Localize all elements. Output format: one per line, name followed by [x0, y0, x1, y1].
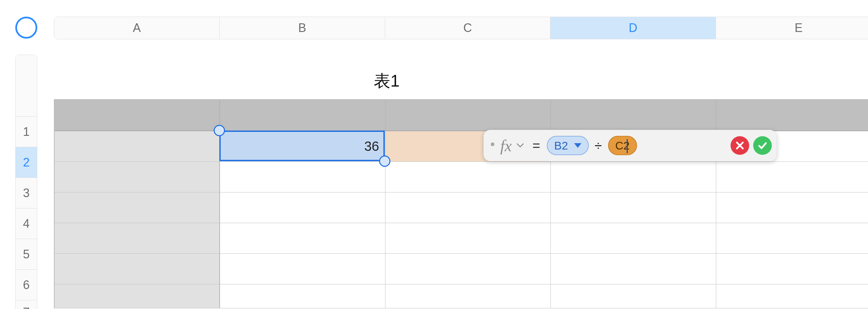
cell-a4[interactable] — [55, 192, 220, 223]
cell-c3[interactable] — [385, 162, 551, 192]
cell-e3[interactable] — [716, 162, 868, 192]
cell-e6[interactable] — [716, 254, 868, 284]
cell-d5[interactable] — [551, 223, 716, 254]
formula-equals: = — [528, 138, 543, 153]
cell-c7[interactable] — [385, 284, 551, 308]
cell-e7[interactable] — [716, 284, 868, 308]
column-header-d[interactable]: D — [551, 17, 716, 39]
row-header-2[interactable]: 2 — [16, 147, 37, 178]
fx-label[interactable]: fx — [500, 136, 513, 155]
row-header-6[interactable]: 6 — [16, 269, 37, 300]
cell-A1[interactable] — [55, 100, 220, 131]
cell-c4[interactable] — [385, 192, 551, 223]
formula-bullet-icon: • — [488, 137, 496, 154]
cell-b2[interactable]: 36 — [220, 131, 385, 162]
formula-text-cursor — [627, 139, 628, 153]
cell-b4[interactable] — [220, 192, 385, 223]
formula-editor[interactable]: • fx = B2 ÷ C2 — [484, 130, 776, 161]
confirm-button[interactable] — [753, 136, 772, 155]
cell-e4[interactable] — [716, 192, 868, 223]
fx-chevron-down-icon[interactable] — [517, 143, 524, 148]
column-header-a[interactable]: A — [54, 17, 220, 39]
cell-d3[interactable] — [551, 162, 716, 192]
table-title[interactable]: 表1 — [54, 70, 719, 92]
selection-handle-top-left[interactable] — [214, 125, 225, 136]
cell-d6[interactable] — [551, 254, 716, 284]
row-header-4[interactable]: 4 — [16, 208, 37, 239]
cell-b3[interactable] — [220, 162, 385, 192]
formula-token-dropdown-icon[interactable] — [574, 143, 582, 148]
formula-token-b2[interactable]: B2 — [547, 136, 589, 155]
cell-a7[interactable] — [55, 284, 220, 308]
cell-a6[interactable] — [55, 254, 220, 284]
row-header-7[interactable]: 7 — [16, 300, 37, 309]
row-header-3[interactable]: 3 — [16, 178, 37, 208]
cell-D1[interactable] — [551, 100, 716, 131]
row-header-spacer — [16, 55, 37, 116]
cell-d4[interactable] — [551, 192, 716, 223]
cell-b7[interactable] — [220, 284, 385, 308]
column-headers: ABCDE — [54, 17, 868, 39]
cell-B1[interactable] — [220, 100, 385, 131]
cancel-button[interactable] — [731, 136, 749, 155]
column-header-e[interactable]: E — [716, 17, 868, 39]
cell-b6[interactable] — [220, 254, 385, 284]
formula-token-b2-text: B2 — [554, 139, 568, 152]
cell-a3[interactable] — [55, 162, 220, 192]
select-all-button[interactable] — [15, 17, 37, 39]
formula-operator-divide: ÷ — [593, 138, 604, 153]
cell-d7[interactable] — [551, 284, 716, 308]
formula-token-c2[interactable]: C2 — [608, 136, 637, 155]
selection-handle-bottom-right[interactable] — [379, 155, 391, 167]
cell-E1[interactable] — [716, 100, 868, 131]
cell-a5[interactable] — [55, 223, 220, 254]
cell-C1[interactable] — [385, 100, 551, 131]
cell-c6[interactable] — [385, 254, 551, 284]
column-header-b[interactable]: B — [220, 17, 385, 39]
cell-a2[interactable] — [55, 131, 220, 162]
column-header-c[interactable]: C — [385, 17, 551, 39]
row-headers: 1234567 — [15, 55, 37, 309]
row-header-5[interactable]: 5 — [16, 239, 37, 269]
cell-e5[interactable] — [716, 223, 868, 254]
row-header-1[interactable]: 1 — [16, 116, 37, 147]
cell-b5[interactable] — [220, 223, 385, 254]
cell-c5[interactable] — [385, 223, 551, 254]
